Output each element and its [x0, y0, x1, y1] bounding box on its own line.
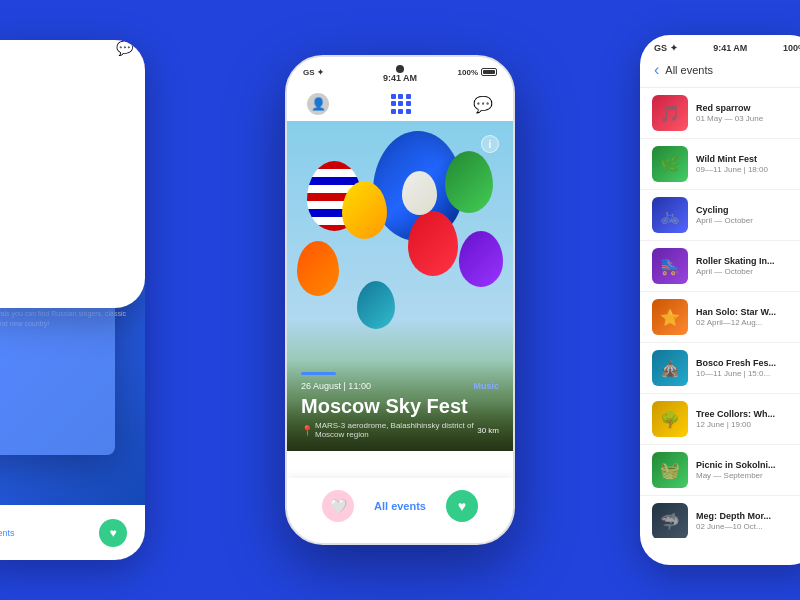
event-list-date: 02 June—10 Oct...	[696, 522, 800, 531]
right-status-bar: GS ✦ 9:41 AM 100%	[640, 35, 800, 57]
app-grid-icon[interactable]	[391, 94, 411, 114]
event-list-content: Roller Skating In... April — October	[696, 256, 800, 276]
event-list: 🎵 Red sparrow 01 May — 03 June 🌿 Wild Mi…	[640, 88, 800, 538]
balloon-cream	[402, 171, 437, 215]
center-chat-icon[interactable]: 💬	[473, 95, 493, 114]
event-list-content: Picnic in Sokolni... May — September	[696, 460, 800, 480]
left-heart-button[interactable]: ♥	[99, 519, 127, 547]
balloon-orange	[297, 241, 339, 296]
balloon-yellow	[342, 181, 387, 239]
event-list-name: Han Solo: Star W...	[696, 307, 800, 317]
event-list-item[interactable]: 🚲 Cycling April — October	[640, 190, 800, 241]
like-button[interactable]: ♥	[446, 490, 478, 522]
event-info-overlay: 26 August | 11:00 Music Moscow Sky Fest …	[287, 360, 513, 451]
center-location-icon: 📍	[301, 425, 313, 436]
event-list-content: Bosco Fresh Fes... 10—11 June | 15:0...	[696, 358, 800, 378]
right-time: 9:41 AM	[713, 43, 747, 53]
left-events-link[interactable]: events	[0, 528, 15, 538]
event-list-name: Red sparrow	[696, 103, 800, 113]
event-list-item[interactable]: 🌳 Tree Collors: Wh... 12 June | 19:00	[640, 394, 800, 445]
event-thumbnail: 🌿	[652, 146, 688, 182]
balloon-green	[445, 151, 493, 213]
event-list-name: Meg: Depth Mor...	[696, 511, 800, 521]
event-list-item[interactable]: 🛼 Roller Skating In... April — October	[640, 241, 800, 292]
event-list-item[interactable]: 🌿 Wild Mint Fest 09—11 June | 18:00	[640, 139, 800, 190]
right-header: ‹ All events	[640, 57, 800, 88]
event-list-item[interactable]: ⭐ Han Solo: Star W... 02 April—12 Aug...	[640, 292, 800, 343]
left-phone: 💬 Music i Aleksinsky Festival 📍 region 1…	[0, 40, 145, 560]
event-list-date: 02 April—12 Aug...	[696, 318, 800, 327]
event-list-name: Bosco Fresh Fes...	[696, 358, 800, 368]
profile-icon[interactable]: 👤	[307, 93, 329, 115]
center-phone: GS ✦ 9:41 AM 100% 👤 💬	[285, 55, 515, 545]
left-bottom-bar: events ♥	[0, 505, 145, 560]
center-navbar: 👤 💬	[287, 87, 513, 121]
event-list-item[interactable]: 🦈 Meg: Depth Mor... 02 June—10 Oct...	[640, 496, 800, 538]
center-bottom-nav: 🤍 All events ♥	[287, 478, 513, 543]
event-list-date: April — October	[696, 267, 800, 276]
event-info-icon[interactable]: i	[481, 135, 499, 153]
event-distance: 30 km	[477, 426, 499, 435]
all-events-button[interactable]: All events	[374, 500, 426, 512]
event-list-content: Cycling April — October	[696, 205, 800, 225]
event-list-name: Roller Skating In...	[696, 256, 800, 266]
right-phone: GS ✦ 9:41 AM 100% ‹ All events 🎵 Red spa…	[640, 35, 800, 565]
event-address: MARS-3 aerodrome, Balashihinsky district…	[315, 421, 477, 439]
event-thumbnail: 🌳	[652, 401, 688, 437]
event-list-content: Wild Mint Fest 09—11 June | 18:00	[696, 154, 800, 174]
dislike-button[interactable]: 🤍	[322, 490, 354, 522]
event-thumbnail: 🛼	[652, 248, 688, 284]
event-list-date: 10—11 June | 15:0...	[696, 369, 800, 378]
event-category: Music	[473, 381, 499, 391]
event-list-content: Tree Collors: Wh... 12 June | 19:00	[696, 409, 800, 429]
event-list-content: Han Solo: Star W... 02 April—12 Aug...	[696, 307, 800, 327]
event-list-date: April — October	[696, 216, 800, 225]
blue-accent-line	[301, 372, 336, 375]
right-status-left: GS ✦	[654, 43, 678, 53]
event-list-date: 01 May — 03 June	[696, 114, 800, 123]
event-list-name: Tree Collors: Wh...	[696, 409, 800, 419]
right-header-title: All events	[665, 64, 713, 76]
balloon-red	[408, 211, 458, 276]
event-list-date: May — September	[696, 471, 800, 480]
back-button[interactable]: ‹	[654, 61, 659, 79]
event-main-title: Moscow Sky Fest	[301, 395, 499, 417]
center-time: 9:41 AM	[383, 67, 417, 85]
event-list-name: Wild Mint Fest	[696, 154, 800, 164]
event-thumbnail: 🧺	[652, 452, 688, 488]
event-card: i 26 August | 11:00 Music Moscow Sky Fes…	[287, 121, 513, 451]
center-status-right: 100%	[458, 68, 497, 77]
event-date: 26 August | 11:00	[301, 381, 371, 391]
event-list-name: Cycling	[696, 205, 800, 215]
balloon-teal	[357, 281, 395, 329]
event-list-content: Meg: Depth Mor... 02 June—10 Oct...	[696, 511, 800, 531]
event-list-item[interactable]: 🎵 Red sparrow 01 May — 03 June	[640, 88, 800, 139]
event-thumbnail: ⭐	[652, 299, 688, 335]
balloon-purple	[459, 231, 503, 287]
event-list-name: Picnic in Sokolni...	[696, 460, 800, 470]
center-status-left: GS ✦	[303, 68, 324, 77]
event-thumbnail: 🦈	[652, 503, 688, 538]
event-list-date: 09—11 June | 18:00	[696, 165, 800, 174]
event-list-item[interactable]: 🎪 Bosco Fresh Fes... 10—11 June | 15:0..…	[640, 343, 800, 394]
event-list-item[interactable]: 🧺 Picnic in Sokolni... May — September	[640, 445, 800, 496]
right-battery: 100%	[783, 43, 800, 53]
center-status-bar: GS ✦ 9:41 AM 100%	[287, 57, 513, 87]
event-list-content: Red sparrow 01 May — 03 June	[696, 103, 800, 123]
event-thumbnail: 🎵	[652, 95, 688, 131]
event-thumbnail: 🚲	[652, 197, 688, 233]
event-list-date: 12 June | 19:00	[696, 420, 800, 429]
event-thumbnail: 🎪	[652, 350, 688, 386]
chat-icon[interactable]: 💬	[116, 40, 133, 56]
